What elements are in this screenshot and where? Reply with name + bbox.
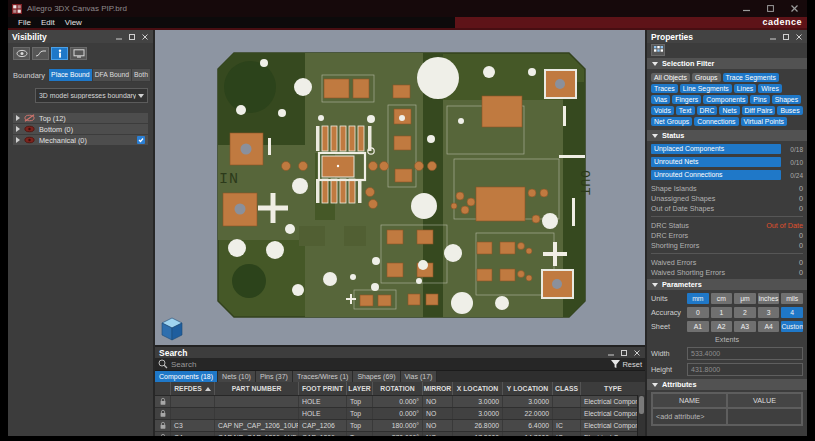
param-option[interactable]: A1: [687, 321, 709, 332]
param-option[interactable]: 3: [758, 307, 780, 318]
boundary-option[interactable]: Place Bound: [48, 68, 93, 82]
status-progress-bar[interactable]: Unrouted Connections: [651, 170, 781, 180]
info-icon[interactable]: [51, 47, 68, 60]
table-row[interactable]: HOLETop0.000°NO3.00003.0000Electrical Co…: [155, 396, 645, 408]
filter-chip[interactable]: Nets: [719, 106, 739, 115]
layer-checkbox[interactable]: [137, 136, 145, 144]
layer-visibility-toggle[interactable]: [24, 136, 35, 144]
param-option[interactable]: 4: [781, 307, 803, 318]
status-progress-bar[interactable]: Unrouted Nets: [651, 157, 781, 167]
boundary-shape-dropdown[interactable]: 3D model suppresses boundary shape: [35, 88, 148, 103]
panel-close-icon[interactable]: [795, 33, 803, 41]
filter-chip[interactable]: Text: [676, 106, 695, 115]
menu-edit[interactable]: Edit: [41, 18, 55, 27]
filter-chip[interactable]: Pins: [750, 95, 769, 104]
filter-chip[interactable]: Buses: [777, 106, 802, 115]
filter-chip[interactable]: DRC: [697, 106, 718, 115]
maximize-button[interactable]: [765, 4, 775, 13]
filter-chip[interactable]: Traces: [651, 84, 678, 93]
filter-chip[interactable]: Wires: [758, 84, 782, 93]
menu-file[interactable]: File: [18, 18, 31, 27]
filter-chip[interactable]: Trace Segments: [723, 73, 779, 82]
filter-chip[interactable]: Shapes: [772, 95, 801, 104]
search-tab[interactable]: Pins (37): [256, 371, 293, 382]
param-option[interactable]: A4: [758, 321, 780, 332]
search-tab[interactable]: Components (18): [155, 371, 218, 382]
filter-chip[interactable]: Fingers: [672, 95, 701, 104]
reset-button[interactable]: Reset: [611, 360, 642, 369]
filter-chip[interactable]: Connections: [694, 117, 738, 126]
boundary-option[interactable]: Both: [132, 68, 151, 82]
layer-row[interactable]: Bottom (0): [13, 124, 148, 134]
table-row[interactable]: HOLETop0.000°NO3.000022.0000Electrical C…: [155, 408, 645, 420]
section-status[interactable]: Status: [647, 130, 807, 141]
column-header[interactable]: CLASS: [553, 382, 581, 395]
monitor-icon[interactable]: [70, 47, 87, 60]
filter-chip[interactable]: Vias: [651, 95, 670, 104]
panel-close-icon[interactable]: [633, 349, 641, 357]
filter-chip[interactable]: Net Groups: [651, 117, 692, 126]
param-option[interactable]: mils: [781, 293, 803, 304]
param-option[interactable]: 2: [734, 307, 756, 318]
column-header[interactable]: REFDES: [171, 382, 215, 395]
height-field[interactable]: 431.8000: [687, 363, 803, 376]
param-option[interactable]: μm: [734, 293, 756, 304]
param-option[interactable]: 1: [711, 307, 733, 318]
selection-set-icon[interactable]: [651, 44, 665, 56]
filter-chip[interactable]: Lines: [734, 84, 756, 93]
search-tab[interactable]: Nets (10): [218, 371, 256, 382]
expand-icon[interactable]: [16, 126, 20, 132]
filter-chip[interactable]: Components: [703, 95, 748, 104]
filter-chip[interactable]: Voids: [651, 106, 674, 115]
param-option[interactable]: A2: [711, 321, 733, 332]
panel-float-icon[interactable]: [782, 33, 790, 41]
grid-scrollbar-thumb[interactable]: [639, 396, 644, 414]
view-cube[interactable]: [160, 316, 184, 342]
pcb-3d-canvas[interactable]: IN OUT: [155, 30, 645, 345]
search-tab[interactable]: Vias (17): [401, 371, 438, 382]
param-option[interactable]: inches: [758, 293, 780, 304]
column-header[interactable]: X LOCATION: [453, 382, 503, 395]
column-header[interactable]: ROTATION: [373, 382, 423, 395]
param-option[interactable]: Custom: [781, 321, 803, 332]
column-header[interactable]: PART NUMBER: [215, 382, 299, 395]
param-option[interactable]: 0: [687, 307, 709, 318]
table-row[interactable]: C3CAP NP_CAP_1206_10UFCAP_1206Top180.000…: [155, 420, 645, 432]
layer-row[interactable]: Mechanical (0): [13, 135, 148, 145]
column-header[interactable]: MIRROR: [423, 382, 453, 395]
filter-chip[interactable]: Line Segments: [680, 84, 732, 93]
menu-view[interactable]: View: [65, 18, 82, 27]
status-progress-bar[interactable]: Unplaced Components: [651, 144, 781, 154]
expand-icon[interactable]: [16, 137, 20, 143]
param-option[interactable]: A3: [734, 321, 756, 332]
panel-float-icon[interactable]: [128, 33, 136, 41]
layer-visibility-toggle[interactable]: [24, 125, 35, 133]
panel-minimize-icon[interactable]: [769, 33, 777, 41]
panel-float-icon[interactable]: [620, 349, 628, 357]
panel-close-icon[interactable]: [141, 33, 149, 41]
filter-chip[interactable]: Groups: [692, 73, 721, 82]
layer-row[interactable]: Top (12): [13, 113, 148, 123]
column-header[interactable]: TYPE: [581, 382, 645, 395]
filter-chip[interactable]: All Objects: [651, 73, 690, 82]
table-row[interactable]: C4CAP NP_CAP_1206_1NFCAP_1206Top270.000°…: [155, 432, 645, 436]
search-tab[interactable]: Shapes (69): [353, 371, 400, 382]
section-selection-filter[interactable]: Selection Filter: [647, 58, 807, 69]
panel-minimize-icon[interactable]: [607, 349, 615, 357]
add-attribute-cell[interactable]: <add attribute>: [652, 408, 727, 425]
minimize-button[interactable]: [741, 4, 751, 13]
filter-chip[interactable]: Virtual Points: [741, 117, 787, 126]
eye-icon[interactable]: [13, 47, 30, 60]
section-attributes[interactable]: Attributes: [647, 379, 807, 390]
column-header[interactable]: LAYER: [347, 382, 373, 395]
section-parameters[interactable]: Parameters: [647, 279, 807, 290]
param-option[interactable]: cm: [711, 293, 733, 304]
search-input[interactable]: [168, 359, 611, 370]
param-option[interactable]: mm: [687, 293, 709, 304]
layer-visibility-toggle[interactable]: [24, 114, 35, 122]
grid-scrollbar[interactable]: [637, 395, 645, 436]
close-button[interactable]: [789, 4, 799, 13]
width-field[interactable]: 533.4000: [687, 347, 803, 360]
panel-minimize-icon[interactable]: [115, 33, 123, 41]
filter-chip[interactable]: Diff Pairs: [742, 106, 776, 115]
